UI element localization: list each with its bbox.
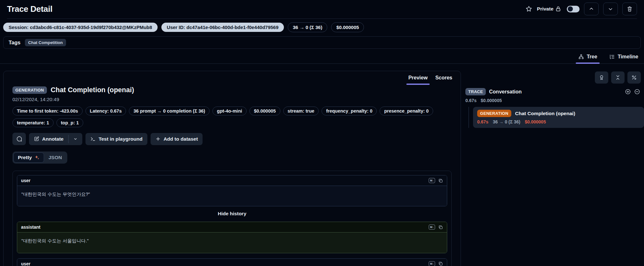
comment-button[interactable] — [12, 133, 26, 145]
meta-badges-row: Session: cd3abcd6-c81c-4037-935d-19d9f27… — [0, 19, 644, 36]
privacy-label-group: Private — [537, 6, 561, 12]
sparkles-icon — [34, 155, 40, 160]
markdown-toggle-icon[interactable]: M↓ — [429, 178, 435, 183]
annotate-button[interactable]: Annotate — [29, 133, 68, 145]
trace-cost: $0.000005 — [481, 98, 502, 103]
trace-tree-panel: TRACE Conversation 0.67s $0.000005 GENER… — [465, 71, 644, 128]
page-title: Trace Detail — [7, 4, 52, 14]
add-to-dataset-label: Add to dataset — [164, 136, 198, 142]
tree-toolbar — [465, 71, 644, 84]
copy-icon[interactable] — [438, 225, 443, 230]
message-role: user — [21, 261, 31, 266]
metric-model[interactable]: gpt-4o-mini — [212, 107, 247, 115]
format-pretty[interactable]: Pretty — [13, 152, 44, 163]
add-to-dataset-button[interactable]: Add to dataset — [151, 133, 203, 145]
tags-label: Tags — [9, 40, 20, 46]
generation-type-badge: GENERATION — [12, 86, 47, 94]
app-header: Trace Detail Private — [0, 0, 644, 18]
annotate-dropdown-button[interactable] — [69, 133, 82, 145]
trace-latency: 0.67s — [465, 98, 477, 103]
message-content: "대한민국의 수도는 서울입니다." — [17, 233, 447, 253]
privacy-label: Private — [537, 6, 553, 12]
tab-timeline[interactable]: Timeline — [607, 51, 641, 63]
markdown-toggle-icon[interactable]: M↓ — [429, 261, 435, 266]
session-badge[interactable]: Session: cd3abcd6-c81c-4037-935d-19d9f27… — [3, 23, 158, 32]
privacy-toggle[interactable] — [567, 6, 580, 12]
preview-scores-tabs: Preview Scores — [4, 71, 461, 85]
main-area: Preview Scores GENERATION Chat Completio… — [0, 64, 644, 266]
metric-top-p: top_p: 1 — [56, 118, 83, 127]
tab-scores[interactable]: Scores — [432, 71, 456, 85]
format-json[interactable]: JSON — [44, 152, 66, 163]
prev-trace-button[interactable] — [584, 3, 599, 15]
tab-preview[interactable]: Preview — [404, 71, 431, 85]
toggle-knob — [568, 6, 573, 11]
metric-cost: $0.000005 — [249, 107, 280, 115]
annotate-split-button: Annotate — [29, 133, 82, 145]
metrics-percent-button[interactable] — [627, 71, 641, 84]
collapse-all-button[interactable] — [611, 71, 625, 84]
format-toggle: Pretty JSON — [12, 151, 67, 164]
playground-label: Test in playground — [99, 136, 143, 142]
hide-history-button[interactable]: Hide history — [17, 206, 447, 222]
pretty-label: Pretty — [18, 155, 32, 160]
copy-icon[interactable] — [438, 178, 443, 183]
metric-latency: Latency: 0.67s — [85, 107, 126, 115]
message-assistant: assistant M↓ "대한민국의 수도는 서울입니다." — [17, 222, 447, 253]
message-role: user — [21, 178, 31, 183]
generation-node-title: Chat Completion (openai) — [515, 111, 575, 116]
collapse-node-icon[interactable] — [634, 89, 640, 95]
annotate-label: Annotate — [42, 136, 63, 142]
message-header: user M↓ — [17, 175, 447, 186]
observation-title: Chat Completion (openai) — [51, 86, 134, 94]
message-user-2: user M↓ "감사합니다 " — [17, 258, 447, 266]
trace-expand-controls — [625, 89, 640, 95]
metric-time-to-first-token: Time to first token: -423.00s — [12, 107, 83, 115]
total-cost-badge: $0.000005 — [331, 22, 364, 32]
tag-chip[interactable]: Chat Competition — [25, 39, 66, 46]
messages-container: user M↓ "대한민국의 수도는 무엇인가요?" Hide history … — [12, 171, 452, 266]
delete-trace-button[interactable] — [622, 3, 637, 15]
lock-icon — [555, 6, 561, 12]
message-header: user M↓ — [17, 259, 447, 266]
metric-presence-penalty: presence_penalty: 0 — [380, 107, 433, 115]
tab-tree[interactable]: Tree — [576, 51, 600, 63]
playground-button[interactable]: Test in playground — [85, 133, 147, 145]
markdown-toggle-icon[interactable]: M↓ — [429, 225, 435, 230]
tab-timeline-label: Timeline — [618, 54, 638, 60]
plus-icon — [155, 136, 161, 142]
scores-award-button[interactable] — [595, 71, 608, 84]
message-user-1: user M↓ "대한민국의 수도는 무엇인가요?" — [17, 175, 447, 206]
generation-node-selected[interactable]: GENERATION Chat Completion (openai) 0.67… — [473, 107, 644, 128]
user-id-badge[interactable]: User ID: dc47a41e-06bc-400d-bde1-f0e440d… — [161, 23, 284, 32]
timeline-icon — [609, 54, 615, 60]
node-latency: 0.67s — [477, 119, 488, 124]
bookmark-star-icon[interactable] — [525, 5, 532, 12]
message-content: "대한민국의 수도는 무엇인가요?" — [17, 186, 447, 206]
header-controls: Private — [525, 3, 637, 15]
view-tabs: Tree Timeline — [0, 51, 644, 64]
message-role: assistant — [21, 225, 41, 230]
actions-row: Annotate Test in playground Add to datas… — [4, 127, 461, 145]
metric-badges: Time to first token: -423.00s Latency: 0… — [4, 102, 456, 127]
trace-root-row[interactable]: TRACE Conversation — [465, 84, 644, 95]
metric-stream: stream: true — [283, 107, 319, 115]
observation-timestamp: 02/12/2024, 14:20:49 — [12, 97, 452, 102]
observation-card: Preview Scores GENERATION Chat Completio… — [3, 71, 461, 266]
metric-temperature: temperature: 1 — [12, 118, 54, 127]
generation-node-badge: GENERATION — [477, 110, 511, 117]
token-usage-badge: 36 → 0 (Σ 36) — [288, 22, 327, 32]
generation-node-metrics: 0.67s 36 → 0 (Σ 36) $0.000005 — [477, 117, 640, 124]
tags-container: Tags Chat Competition — [3, 36, 641, 49]
expand-all-icon[interactable] — [625, 89, 631, 95]
metric-token-usage: 36 prompt → 0 completion (Σ 36) — [129, 107, 210, 115]
node-cost: $0.000005 — [525, 119, 546, 124]
copy-icon[interactable] — [438, 261, 443, 266]
node-tokens: 36 → 0 (Σ 36) — [493, 119, 520, 124]
tab-tree-label: Tree — [587, 54, 597, 60]
trace-metrics: 0.67s $0.000005 — [465, 95, 644, 103]
annotate-pen-icon — [34, 136, 39, 142]
next-trace-button[interactable] — [603, 3, 618, 15]
metric-frequency-penalty: frequency_penalty: 0 — [322, 107, 377, 115]
trace-type-badge: TRACE — [465, 88, 486, 95]
